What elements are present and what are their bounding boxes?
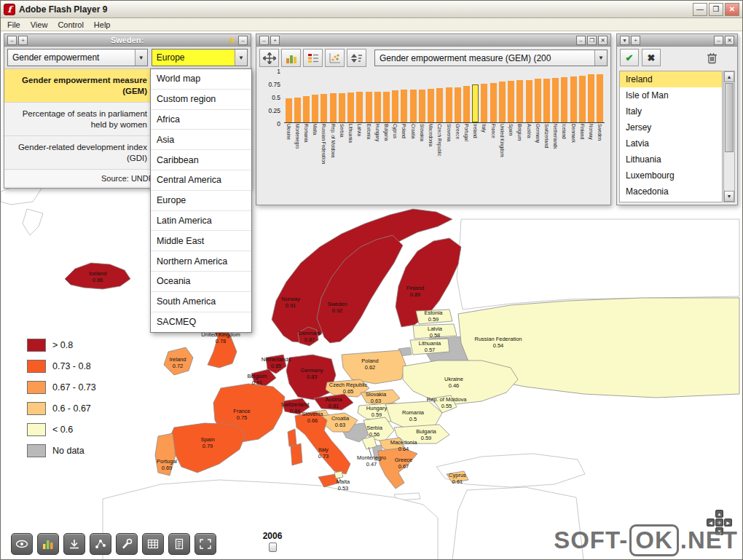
map-country-latvia[interactable]	[413, 324, 457, 339]
chart-indicator-dropdown[interactable]: Gender empowerment measure (GEM) (200 ▼	[374, 50, 608, 66]
chart-bar-slovakia[interactable]	[419, 90, 425, 122]
map-country-malta[interactable]	[334, 471, 343, 478]
bar-chart-icon[interactable]	[281, 49, 301, 67]
move-icon[interactable]	[259, 49, 279, 67]
sort-icon[interactable]	[347, 49, 366, 67]
collapse-icon[interactable]: –	[259, 36, 269, 45]
chart-bar-russian-federation[interactable]	[321, 94, 327, 122]
scrollbar[interactable]: ▲ ▼	[723, 71, 735, 202]
chart-bar-portugal[interactable]	[463, 86, 470, 122]
region-menu-item-custom-region[interactable]: Custom region	[151, 90, 251, 110]
legend-swatch[interactable]	[27, 444, 46, 457]
chart-bar-cyprus[interactable]	[392, 90, 398, 122]
chart-bar-ireland[interactable]	[472, 84, 479, 122]
close-button[interactable]: ✕	[725, 3, 739, 16]
legend-swatch[interactable]	[27, 360, 46, 373]
minimize-button[interactable]: —	[693, 3, 707, 16]
map-country-ireland[interactable]	[164, 347, 193, 375]
legend-swatch[interactable]	[27, 339, 46, 352]
report-icon[interactable]	[168, 533, 190, 555]
chart-bar-lithuania[interactable]	[347, 92, 354, 122]
region-menu-item-sacmeq[interactable]: SACMEQ	[151, 312, 251, 333]
region-menu-item-south-america[interactable]: South America	[151, 292, 251, 312]
minimize-panel-icon[interactable]: –	[576, 36, 586, 45]
chart-bar-czech-republic[interactable]	[436, 88, 443, 122]
year-slider-handle[interactable]	[269, 543, 277, 552]
region-menu-item-latin-america[interactable]: Latin America	[151, 211, 251, 232]
close-panel-icon[interactable]: ✕	[725, 36, 734, 45]
chart-bar-france[interactable]	[490, 83, 497, 122]
country-list-item-isle-of-man[interactable]: Isle of Man	[620, 87, 722, 103]
region-menu-item-world-map[interactable]: World map	[151, 69, 251, 90]
chart-bar-estonia[interactable]	[366, 92, 372, 122]
chart-bar-latvia[interactable]	[356, 92, 363, 122]
collapse-icon[interactable]: –	[7, 36, 17, 45]
map-country-estonia[interactable]	[416, 309, 452, 324]
eye-icon[interactable]	[11, 533, 33, 555]
chart-bar-netherlands[interactable]	[552, 78, 559, 122]
region-menu-item-africa[interactable]: Africa	[151, 110, 251, 130]
map-country-portugal[interactable]	[155, 433, 176, 476]
country-list-item-jersey[interactable]: Jersey	[620, 119, 722, 135]
chevron-down-icon[interactable]: ▼	[594, 50, 607, 66]
chart-bar-belgium[interactable]	[516, 80, 523, 122]
chart-bar-poland[interactable]	[401, 90, 407, 122]
country-list-item-macedonia[interactable]: Macedonia	[620, 184, 722, 200]
region-menu-item-asia[interactable]: Asia	[151, 130, 251, 150]
map-country-greece[interactable]	[378, 448, 417, 489]
chart-bar-finland[interactable]	[579, 76, 586, 122]
chevron-down-icon[interactable]: ▼	[135, 50, 147, 66]
chart-bar-romania[interactable]	[303, 96, 310, 122]
map-country-iceland[interactable]	[65, 263, 130, 289]
maximize-button[interactable]: ❒	[709, 3, 723, 16]
legend-icon[interactable]	[303, 49, 323, 67]
chart-bar-united-kingdom[interactable]	[499, 82, 506, 122]
map-country-poland[interactable]	[342, 350, 406, 384]
map-country-switzerland[interactable]	[282, 398, 310, 414]
data-table-icon[interactable]	[142, 533, 164, 555]
chart-bar-italy[interactable]	[481, 84, 487, 122]
chart-bar-denmark[interactable]	[570, 76, 577, 122]
region-menu-item-caribbean[interactable]: Caribbean	[151, 150, 251, 170]
region-dropdown[interactable]: Europe ▼	[152, 49, 248, 66]
map-country-lithuania[interactable]	[410, 339, 449, 355]
deselect-all-button[interactable]: ✖	[642, 49, 661, 66]
scrollbar-thumb[interactable]	[725, 83, 734, 152]
country-list-item-ireland[interactable]: Ireland	[620, 71, 722, 87]
legend-swatch[interactable]	[27, 423, 46, 436]
chart-bar-croatia[interactable]	[410, 90, 417, 122]
scatter-plot-icon[interactable]	[325, 49, 345, 67]
chart-bar-austria[interactable]	[526, 80, 532, 122]
selection-panel-header[interactable]: ▾ + – ✕	[617, 34, 737, 47]
map-country-italy[interactable]	[291, 443, 302, 465]
region-menu-item-central-america[interactable]: Central America	[151, 170, 251, 191]
chart-bar-hungary[interactable]	[374, 92, 381, 122]
legend-swatch[interactable]	[27, 381, 46, 394]
map-country-spain[interactable]	[170, 423, 245, 473]
collapse-icon[interactable]: ▾	[620, 36, 629, 45]
legend-swatch[interactable]	[27, 402, 46, 415]
chart-bar-germany[interactable]	[535, 79, 541, 122]
chart-bar-norway[interactable]	[588, 74, 594, 122]
scroll-down-icon[interactable]: ▼	[724, 191, 734, 202]
menu-view[interactable]: View	[25, 20, 53, 30]
chart-bar-malta[interactable]	[312, 95, 318, 122]
chart-bar-serbia[interactable]	[339, 93, 345, 122]
chart-bar-iceland[interactable]	[561, 77, 567, 122]
add-icon[interactable]: +	[18, 36, 28, 45]
chart-bar-ukraine[interactable]	[286, 98, 292, 122]
wrench-icon[interactable]	[116, 533, 138, 555]
minimize-panel-icon[interactable]: –	[714, 36, 723, 45]
indicator-dropdown[interactable]: Gender empowerment ▼	[7, 49, 148, 66]
chart-bar-slovenia[interactable]	[446, 87, 452, 122]
map-country-france[interactable]	[288, 429, 296, 446]
region-menu-item-europe[interactable]: Europe	[151, 191, 251, 211]
info-panel-header[interactable]: – + Sweden: ★ –	[4, 34, 251, 47]
node-graph-icon[interactable]	[90, 533, 111, 555]
title-bar[interactable]: f Adobe Flash Player 9 — ❒ ✕	[1, 1, 742, 18]
chart-bar-switzerland[interactable]	[543, 79, 550, 122]
star-icon[interactable]: ★	[228, 36, 235, 45]
download-icon[interactable]	[63, 533, 85, 555]
region-menu-item-northern-america[interactable]: Northern America	[151, 251, 251, 272]
scroll-up-icon[interactable]: ▲	[724, 71, 734, 82]
